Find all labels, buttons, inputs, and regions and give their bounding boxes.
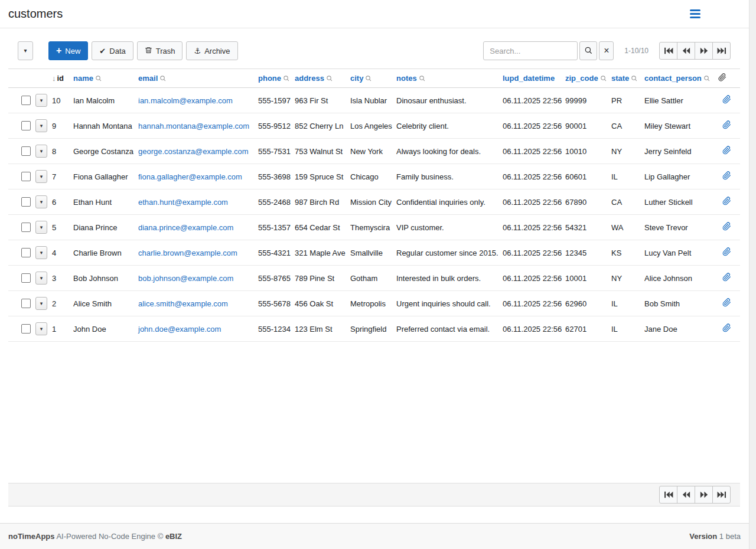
row-checkbox[interactable]: [21, 146, 31, 156]
prev-page-button[interactable]: [677, 42, 695, 60]
first-page-button[interactable]: [659, 486, 677, 504]
column-search-icon[interactable]: [365, 74, 372, 83]
row-actions-dropdown[interactable]: ▾: [35, 297, 47, 310]
email-link[interactable]: hannah.montana@example.com: [138, 122, 249, 130]
email-link[interactable]: alice.smith@example.com: [138, 299, 228, 308]
row-actions-dropdown[interactable]: ▾: [35, 170, 47, 183]
column-header[interactable]: lupd_datetime: [498, 69, 561, 88]
last-page-button[interactable]: [712, 42, 731, 60]
search-button[interactable]: [579, 41, 597, 60]
new-button[interactable]: + New: [48, 41, 88, 60]
column-search-icon[interactable]: [283, 74, 289, 83]
column-header[interactable]: name: [69, 69, 133, 88]
attachment-paperclip-icon[interactable]: [722, 173, 731, 182]
column-label[interactable]: phone: [258, 74, 281, 83]
column-header[interactable]: contact_person: [640, 69, 713, 88]
attachment-paperclip-icon[interactable]: [722, 249, 731, 258]
table-row: ▾ 10 Ian Malcolm ian.malcolm@example.com…: [8, 88, 740, 113]
cell-state: CA: [607, 113, 640, 139]
page-title: customers: [8, 7, 63, 21]
row-actions-dropdown[interactable]: ▾: [35, 322, 47, 335]
email-link[interactable]: diana.prince@example.com: [138, 223, 233, 232]
attachment-paperclip-icon[interactable]: [722, 198, 731, 207]
row-checkbox[interactable]: [21, 273, 31, 283]
row-actions-dropdown[interactable]: ▾: [35, 145, 47, 158]
column-label[interactable]: notes: [396, 74, 417, 83]
attachment-paperclip-icon[interactable]: [722, 224, 731, 233]
attachment-paperclip-icon[interactable]: [722, 148, 731, 156]
column-label[interactable]: state: [611, 74, 629, 83]
row-checkbox[interactable]: [21, 324, 31, 334]
email-link[interactable]: ethan.hunt@example.com: [138, 198, 228, 207]
column-header[interactable]: phone: [253, 69, 290, 88]
last-page-button[interactable]: [712, 486, 731, 504]
column-search-icon[interactable]: [326, 74, 333, 83]
cell-notes: Confidential inquiries only.: [392, 189, 498, 215]
attachment-paperclip-icon[interactable]: [722, 97, 731, 106]
column-label[interactable]: name: [73, 74, 93, 83]
column-label[interactable]: zip_code: [565, 74, 598, 83]
column-label[interactable]: city: [350, 74, 363, 83]
footer-version: Version 1 beta: [689, 532, 741, 541]
cell-phone: 555-8765: [253, 266, 290, 291]
column-header[interactable]: ↓id: [47, 69, 69, 88]
column-search-icon[interactable]: [703, 74, 710, 83]
attachment-paperclip-icon[interactable]: [722, 122, 731, 131]
column-search-icon[interactable]: [159, 74, 166, 83]
first-page-button[interactable]: [659, 42, 677, 60]
column-search-icon[interactable]: [631, 74, 637, 83]
hamburger-menu-icon[interactable]: [687, 5, 703, 22]
column-header[interactable]: address: [290, 69, 346, 88]
scrollbar-track[interactable]: [749, 0, 756, 549]
trash-button[interactable]: Trash: [137, 41, 183, 60]
archive-button[interactable]: ⚓ Archive: [186, 41, 237, 60]
row-actions-dropdown[interactable]: ▾: [35, 272, 47, 285]
row-actions-dropdown[interactable]: ▾: [35, 195, 47, 208]
cell-name: Ethan Hunt: [69, 189, 133, 215]
email-link[interactable]: george.costanza@example.com: [138, 147, 249, 156]
column-label[interactable]: id: [57, 74, 64, 83]
cell-city: New York: [346, 139, 392, 164]
row-actions-dropdown[interactable]: ▾: [35, 221, 47, 234]
row-actions-dropdown[interactable]: ▾: [35, 94, 47, 107]
row-checkbox[interactable]: [21, 299, 31, 308]
email-link[interactable]: ian.malcolm@example.com: [138, 96, 233, 105]
prev-page-button[interactable]: [677, 486, 695, 504]
column-label[interactable]: address: [295, 74, 324, 83]
column-search-icon[interactable]: [600, 74, 607, 83]
search-input[interactable]: [483, 41, 578, 60]
cell-address: 159 Spruce St: [290, 164, 346, 189]
email-link[interactable]: john.doe@example.com: [138, 325, 221, 334]
row-checkbox[interactable]: [21, 172, 31, 181]
column-header[interactable]: zip_code: [561, 69, 607, 88]
column-header[interactable]: notes: [392, 69, 498, 88]
bulk-actions-dropdown[interactable]: ▾: [18, 41, 33, 60]
email-link[interactable]: fiona.gallagher@example.com: [138, 172, 242, 181]
column-header[interactable]: email: [133, 69, 253, 88]
row-checkbox[interactable]: [21, 96, 31, 105]
next-page-button[interactable]: [695, 42, 713, 60]
attachment-paperclip-icon[interactable]: [722, 274, 731, 283]
row-actions-cell: ▾: [31, 291, 47, 316]
column-search-icon[interactable]: [95, 74, 102, 83]
clear-search-button[interactable]: ×: [599, 41, 614, 60]
row-checkbox[interactable]: [21, 248, 31, 257]
column-header[interactable]: city: [346, 69, 392, 88]
column-header[interactable]: state: [607, 69, 640, 88]
email-link[interactable]: bob.johnson@example.com: [138, 274, 233, 283]
row-checkbox[interactable]: [21, 223, 31, 232]
column-label[interactable]: lupd_datetime: [503, 74, 555, 83]
attachment-paperclip-icon[interactable]: [722, 325, 731, 334]
cell-contact-person: Bob Smith: [640, 291, 713, 316]
data-button[interactable]: ✔ Data: [92, 41, 133, 60]
row-checkbox[interactable]: [21, 121, 31, 130]
row-checkbox[interactable]: [21, 197, 31, 207]
column-label[interactable]: contact_person: [644, 74, 702, 83]
row-actions-dropdown[interactable]: ▾: [35, 119, 47, 132]
next-page-button[interactable]: [695, 486, 713, 504]
email-link[interactable]: charlie.brown@example.com: [138, 249, 237, 257]
attachment-paperclip-icon[interactable]: [722, 300, 731, 309]
column-label[interactable]: email: [138, 74, 158, 83]
row-actions-dropdown[interactable]: ▾: [35, 246, 47, 259]
column-search-icon[interactable]: [419, 74, 425, 83]
